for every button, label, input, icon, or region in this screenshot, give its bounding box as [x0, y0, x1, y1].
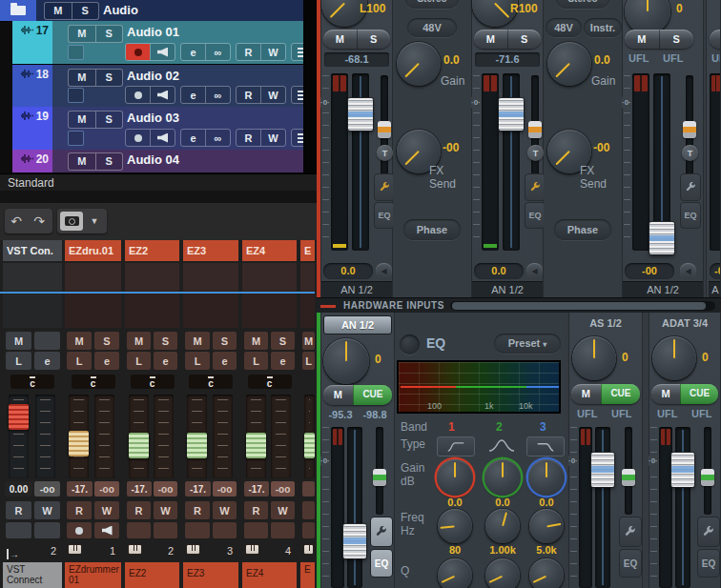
- channel-name[interactable]: ADAT 3/4: [649, 317, 720, 329]
- fader-handle[interactable]: [343, 524, 366, 558]
- volume-knob[interactable]: [652, 336, 696, 380]
- record-cell[interactable]: [302, 522, 315, 538]
- fader-handle[interactable]: [246, 433, 266, 458]
- mute-cue-pill[interactable]: M CUE: [651, 384, 718, 404]
- tm-channel-an12-right[interactable]: R100 M S -71.6 ·0· T EQ 0.0 ◀ AN 1/2: [471, 0, 544, 297]
- fader-handle[interactable]: [591, 453, 614, 487]
- band2-type-button[interactable]: [483, 436, 521, 455]
- track-row-audio01[interactable]: 17 Audio 01 M S e ∞: [12, 21, 303, 65]
- fader-value[interactable]: -0: [710, 263, 721, 279]
- track-mute-solo[interactable]: M S: [68, 111, 123, 129]
- folder-mute-solo[interactable]: M S: [44, 2, 99, 20]
- read-automation-button[interactable]: R: [237, 87, 260, 103]
- volume-knob[interactable]: [323, 338, 369, 384]
- redo-button[interactable]: ↷: [28, 213, 51, 229]
- settings-tab[interactable]: [680, 173, 701, 201]
- mute-solo-pill[interactable]: M S: [474, 30, 541, 49]
- eq-tab[interactable]: EQ: [619, 549, 642, 578]
- phase-button[interactable]: Phase: [403, 219, 461, 240]
- meter-value[interactable]: -oo: [213, 481, 237, 497]
- mute-button[interactable]: M: [323, 30, 357, 49]
- channel-name[interactable]: AN 1/2: [623, 281, 703, 297]
- channel-name-label[interactable]: E: [300, 562, 315, 588]
- fader-value[interactable]: -17.: [185, 481, 211, 497]
- fader-handle[interactable]: [671, 453, 694, 487]
- undo-button[interactable]: ↶: [5, 213, 28, 229]
- mute-button[interactable]: M: [302, 332, 315, 350]
- track-name[interactable]: Audio 01: [127, 25, 179, 39]
- write-automation-button[interactable]: W: [260, 130, 285, 146]
- write-automation-button[interactable]: W: [213, 501, 237, 519]
- phantom-48v-button[interactable]: 48V: [546, 18, 582, 37]
- mute-cue-pill[interactable]: M CUE: [323, 385, 392, 405]
- folder-track-row[interactable]: M S Audio: [0, 0, 303, 22]
- trim-fader-handle[interactable]: [528, 121, 542, 138]
- settings-tab[interactable]: [619, 517, 642, 547]
- solo-button[interactable]: S: [357, 30, 391, 49]
- track-mute-solo[interactable]: M S: [68, 25, 123, 43]
- folder-solo-button[interactable]: S: [72, 3, 99, 19]
- edit-channel-button[interactable]: e: [181, 87, 205, 103]
- solo-button[interactable]: S: [95, 153, 123, 170]
- pan-control[interactable]: c: [189, 375, 233, 389]
- fader-handle[interactable]: [69, 431, 89, 456]
- folder-mute-button[interactable]: M: [45, 3, 72, 19]
- track-checkbox[interactable]: [68, 88, 84, 103]
- mute-button[interactable]: M: [127, 332, 151, 350]
- record-enable-button[interactable]: [126, 130, 150, 146]
- read-automation-button[interactable]: R: [67, 501, 92, 519]
- monitor-button[interactable]: [150, 130, 175, 146]
- track-checkbox[interactable]: [68, 45, 84, 60]
- track-row-audio02[interactable]: 18 Audio 02 M S e ∞: [12, 65, 303, 108]
- mute-button[interactable]: M: [474, 30, 507, 49]
- channel-name-label[interactable]: EZ4: [242, 562, 297, 588]
- solo-button[interactable]: S: [507, 30, 542, 49]
- fader-track[interactable]: [595, 427, 610, 588]
- stereo-link-icon[interactable]: ∞: [205, 44, 230, 60]
- write-automation-button[interactable]: W: [260, 87, 285, 103]
- trim-fader-handle[interactable]: [373, 469, 386, 486]
- edit-channel-button[interactable]: e: [181, 44, 205, 60]
- monitor-cell[interactable]: [94, 522, 119, 538]
- channel-header[interactable]: E: [300, 240, 315, 261]
- band2-freq-knob[interactable]: [485, 509, 520, 543]
- record-cell[interactable]: [127, 522, 151, 538]
- fader-handle[interactable]: [9, 404, 29, 430]
- write-automation-button[interactable]: W: [260, 44, 285, 60]
- write-automation-button[interactable]: W: [271, 501, 295, 519]
- read-automation-button[interactable]: R: [127, 501, 151, 519]
- meter-value[interactable]: -oo: [154, 481, 177, 497]
- mute-button[interactable]: M: [69, 153, 95, 170]
- meter-value[interactable]: -oo: [271, 481, 295, 497]
- pan-control[interactable]: c: [10, 375, 54, 389]
- eq-graph[interactable]: 100 1k 10k: [397, 360, 561, 414]
- edit-button[interactable]: e: [154, 352, 177, 370]
- solo-button[interactable]: S: [95, 112, 123, 128]
- channel-name[interactable]: AS 1/2: [569, 317, 642, 329]
- trim-button[interactable]: T: [377, 145, 393, 161]
- mute-button[interactable]: M: [571, 384, 601, 404]
- read-automation-button[interactable]: R: [244, 501, 268, 519]
- trim-fader-handle[interactable]: [701, 469, 714, 486]
- band2-gain-knob[interactable]: [484, 459, 521, 496]
- monitor-cell[interactable]: [154, 522, 177, 538]
- mute-solo-pill[interactable]: M S: [323, 30, 390, 49]
- mute-button[interactable]: M: [323, 385, 353, 405]
- band3-q-knob[interactable]: [529, 558, 564, 588]
- trim-fader-handle[interactable]: [683, 121, 696, 138]
- mute-button[interactable]: M: [710, 30, 721, 49]
- fader-value[interactable]: [302, 481, 315, 497]
- record-cell[interactable]: [67, 522, 92, 538]
- solo-button[interactable]: S: [95, 70, 123, 86]
- collapse-arrow-button[interactable]: ◀: [376, 263, 392, 279]
- track-color-tab[interactable]: 17: [12, 21, 52, 64]
- record-cell[interactable]: [6, 522, 31, 538]
- listen-button[interactable]: L: [185, 352, 210, 370]
- stereo-link-icon[interactable]: ∞: [205, 87, 230, 103]
- band1-type-button[interactable]: [437, 436, 475, 456]
- fader-value[interactable]: -17.: [127, 481, 152, 497]
- read-automation-button[interactable]: R: [237, 130, 260, 146]
- mute-solo-pill[interactable]: M S: [625, 30, 693, 49]
- channel-name-label[interactable]: EZ2: [125, 562, 179, 588]
- monitor-cell[interactable]: [34, 522, 60, 538]
